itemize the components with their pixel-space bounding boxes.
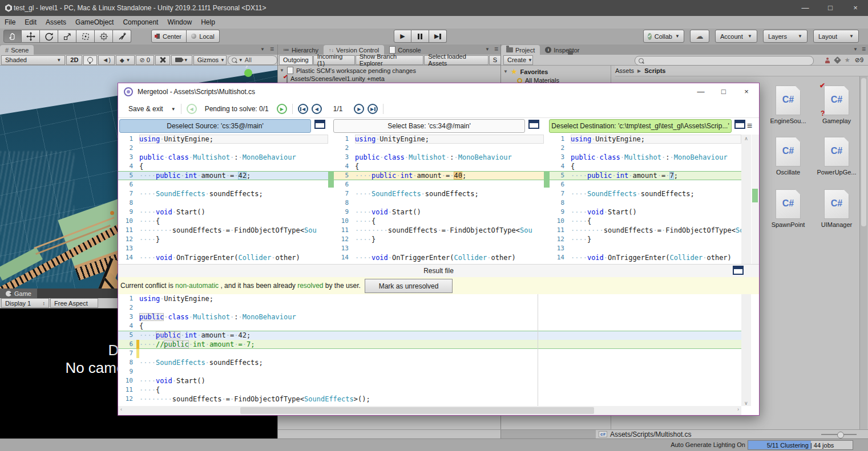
scene-lighting-toggle[interactable] — [83, 55, 97, 65]
menu-help[interactable]: Help — [196, 18, 220, 26]
collab-button[interactable]: ✔Collab▼ — [643, 30, 684, 43]
mergetool-minimize-button[interactable]: — — [689, 83, 712, 100]
vc-button-outgoing[interactable]: Outgoing — [279, 55, 313, 65]
favorites-node[interactable]: ▼ ★ Favorites — [503, 67, 548, 76]
favorites-filter-icon[interactable]: ★ — [845, 56, 850, 64]
vc-pending-row[interactable]: ▼ Plastic SCM's workspace pending change… — [280, 67, 416, 74]
project-file-enginesou[interactable]: C#EngineSou... — [764, 86, 812, 124]
auto-generate-lighting-label[interactable]: Auto Generate Lighting On — [671, 441, 745, 448]
create-dropdown[interactable]: Create▼ — [503, 55, 533, 65]
project-file-gameplay[interactable]: C#✔?Gameplay — [813, 86, 861, 124]
scrollbar-thumb[interactable] — [240, 407, 594, 414]
base-pane-header[interactable]: Select Base: 'cs:34@/main' — [333, 119, 525, 133]
vc-button-select-loaded-assets[interactable]: Select loaded Assets — [424, 55, 488, 65]
cloud-button[interactable]: ☁ — [690, 30, 709, 43]
source-pane-window-icon[interactable] — [314, 120, 325, 129]
vc-button-show-branch-explorer[interactable]: Show Branch Explorer — [356, 55, 424, 65]
transform-tool-button[interactable] — [95, 30, 113, 43]
project-file-uimanager[interactable]: C#UIManager — [813, 189, 861, 228]
tab-menu-icon[interactable]: ≡ — [494, 45, 498, 53]
scrollbar-thumb[interactable] — [861, 78, 866, 226]
source-code-pane[interactable]: 1using·UnityEngine;23public·class·Multis… — [118, 135, 328, 264]
lock-icon[interactable] — [568, 51, 573, 55]
scene-audio-toggle[interactable]: ◄) — [98, 55, 115, 65]
vc-changed-file-row[interactable]: ✔ Assets/Scenes/level1.unity +meta — [286, 75, 385, 82]
mergetool-close-button[interactable]: × — [735, 83, 758, 100]
last-file-button[interactable]: ▶ — [368, 104, 378, 114]
account-button[interactable]: Account▼ — [715, 30, 757, 43]
base-code-pane[interactable]: 1using·UnityEngine;23public·class·Multis… — [334, 135, 544, 264]
result-vertical-scrollbar[interactable]: ∨ — [741, 294, 751, 406]
scale-tool-button[interactable] — [58, 30, 76, 43]
project-file-spawnpoint[interactable]: C#SpawnPoint — [764, 189, 812, 228]
layout-button[interactable]: Layout▼ — [813, 30, 859, 43]
result-pane-window-icon[interactable] — [733, 266, 744, 275]
play-button[interactable]: ▶ — [394, 30, 411, 43]
project-search-input[interactable] — [635, 56, 814, 66]
project-scrollbar[interactable] — [859, 76, 867, 429]
axis-gizmo-y[interactable]: y — [244, 69, 252, 77]
scene-search-input[interactable]: ▼All — [228, 55, 277, 65]
menu-file[interactable]: File — [0, 18, 20, 26]
scroll-right-icon[interactable]: › — [737, 407, 739, 412]
scroll-up-icon[interactable]: ∧ — [744, 136, 748, 141]
close-button[interactable]: × — [843, 0, 868, 16]
result-horizontal-scrollbar[interactable]: ‹ › — [118, 406, 741, 415]
project-visibility-toggle[interactable]: ⊘9 — [855, 56, 863, 64]
tab-caret-icon[interactable]: ▼ — [485, 47, 490, 52]
scroll-left-icon[interactable]: ‹ — [120, 407, 122, 412]
next-file-button[interactable]: ▶ — [354, 104, 364, 114]
scroll-down-icon[interactable]: ∨ — [744, 400, 748, 406]
tab-scene[interactable]: #Scene — [0, 45, 34, 55]
menu-component[interactable]: Component — [118, 18, 163, 26]
gizmos-dropdown[interactable]: Gizmos▼ — [193, 55, 227, 65]
breadcrumb-assets[interactable]: Assets — [615, 67, 634, 74]
tab-project[interactable]: Project — [501, 45, 540, 55]
tab-menu-icon[interactable]: ≡ — [270, 45, 274, 53]
maximize-button[interactable]: □ — [818, 0, 843, 16]
tab-inspector[interactable]: iInspector — [540, 45, 584, 55]
tab-caret-icon[interactable]: ▼ — [260, 47, 265, 52]
result-code-pane[interactable]: 1using·UnityEngine;23public·class·Multis… — [118, 294, 741, 406]
2d-toggle[interactable]: 2D — [66, 55, 82, 65]
pivot-local-button[interactable]: Local — [187, 30, 220, 43]
scene-camera-dropdown[interactable]: ▼ — [171, 55, 192, 65]
code-vertical-scrollbar[interactable]: ∧ — [741, 135, 751, 264]
mergetool-maximize-button[interactable]: □ — [712, 83, 735, 100]
foldout-triangle-icon[interactable]: ▼ — [280, 68, 284, 73]
destination-pane-header[interactable]: Deselect Destination: 'c:\tmp\test_gl\te… — [549, 119, 732, 133]
foldout-triangle-icon[interactable]: ▼ — [503, 69, 508, 74]
tab-game[interactable]: Game — [0, 289, 37, 298]
first-file-button[interactable]: ◀ — [298, 104, 308, 114]
menu-edit[interactable]: Edit — [20, 18, 41, 26]
minimize-button[interactable]: — — [793, 0, 818, 16]
vc-button-s[interactable]: S — [489, 55, 501, 65]
next-conflict-button[interactable]: ▶ — [277, 104, 287, 114]
rotate-tool-button[interactable] — [40, 30, 58, 43]
component-tools-button[interactable] — [155, 55, 170, 65]
source-pane-header[interactable]: Deselect Source: 'cs:35@/main' — [119, 119, 311, 133]
custom-tool-button[interactable] — [113, 30, 131, 43]
tab-caret-icon[interactable]: ▼ — [853, 47, 858, 52]
step-button[interactable]: ▶ — [429, 30, 447, 43]
zoom-slider-thumb[interactable] — [837, 432, 844, 438]
base-pane-window-icon[interactable] — [528, 120, 539, 129]
pivot-center-button[interactable]: Center — [151, 30, 187, 43]
move-tool-button[interactable] — [22, 30, 40, 43]
pause-button[interactable] — [411, 30, 429, 43]
rect-tool-button[interactable] — [76, 30, 95, 43]
previous-conflict-button[interactable]: ◀ — [187, 104, 197, 114]
save-exit-dropdown[interactable]: Save & exit▼ — [128, 105, 176, 113]
scene-effects-dropdown[interactable]: ◆▼ — [116, 55, 135, 65]
mergetool-menu-icon[interactable]: ≡ — [747, 121, 752, 131]
tab-menu-icon[interactable]: ≡ — [862, 45, 866, 53]
user-filter-icon[interactable] — [825, 58, 830, 63]
destination-pane-window-icon[interactable] — [734, 120, 745, 129]
label-filter-icon[interactable] — [834, 56, 841, 64]
display-dropdown[interactable]: Display 1↕ — [1, 298, 49, 308]
vc-button-incoming-1-[interactable]: Incoming (1) — [313, 55, 355, 65]
hand-tool-button[interactable] — [3, 30, 22, 43]
menu-window[interactable]: Window — [163, 18, 196, 26]
menu-assets[interactable]: Assets — [41, 18, 71, 26]
scene-visibility-toggle[interactable]: ⊘0 — [136, 55, 154, 65]
